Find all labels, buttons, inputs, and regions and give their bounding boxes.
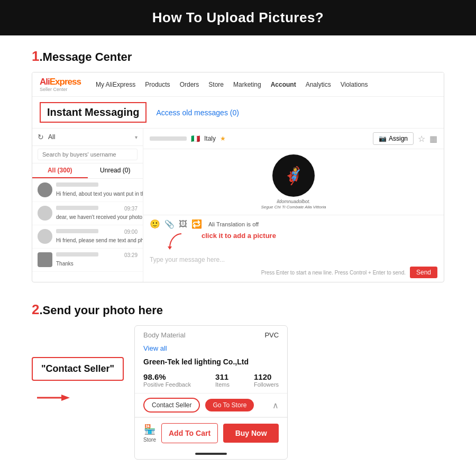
im-body: ↻ All ▾ All (300) Unread (0)	[32, 129, 444, 282]
input-placeholder: Type your message here...	[150, 256, 225, 263]
step1-label: .Message Center	[39, 50, 132, 63]
search-input[interactable]	[38, 149, 138, 160]
country-name: Italy	[204, 135, 216, 142]
click-hint-text: click it to add a picture	[202, 232, 276, 240]
go-to-store-button[interactable]: Go To Store	[205, 399, 254, 411]
refresh-icon[interactable]: ↻	[38, 133, 44, 141]
step2-label: .Send your photo here	[39, 304, 162, 317]
nav-marketing[interactable]: Marketing	[233, 81, 261, 88]
product-cart-actions: 🏪 Store Add To Cart Buy Now	[135, 417, 287, 448]
aliexpress-logo[interactable]: AliExpress Seller Center	[40, 77, 86, 92]
message-item-1[interactable]: Hi friend, about text you want put in th	[32, 179, 143, 202]
chat-messages: 🦸 ildomnuadolbot.Segue Chi Ti Combate Al…	[143, 149, 444, 215]
chat-user-name-blur	[150, 136, 187, 141]
chevron-up-icon[interactable]: ∧	[272, 400, 279, 410]
step2-heading: 2.Send your photo here	[32, 301, 444, 318]
filter-label: All	[48, 133, 131, 141]
message-center-screenshot: AliExpress Seller Center My AliExpress P…	[32, 72, 444, 282]
tab-all-label: All (300)	[48, 167, 72, 174]
avatar-3	[38, 229, 52, 244]
im-chat: 🇮🇹 Italy ★ 📷 Assign ☆ ▦ 🦸 il	[143, 129, 444, 282]
msg-name-blur-3	[56, 229, 98, 233]
send-button[interactable]: Send	[410, 267, 437, 278]
view-all-link[interactable]: View all	[135, 344, 287, 358]
svg-marker-1	[61, 395, 70, 401]
page-header: How To Upload Pictures?	[0, 0, 476, 35]
im-header: Instant Messaging Access old messages (0…	[32, 97, 444, 129]
feedback-value: 98.6%	[143, 372, 191, 381]
paperclip-icon[interactable]: 📎	[164, 219, 175, 229]
arrow-annotation-svg	[166, 232, 187, 251]
seller-actions: Contact Seller Go To Store ∧	[135, 393, 287, 417]
svg-marker-0	[168, 246, 172, 250]
buy-now-button[interactable]: Buy Now	[223, 424, 279, 443]
store-icon: 🏪	[144, 424, 155, 435]
msg-content-1: Hi friend, about text you want put in th	[56, 182, 138, 198]
items-stat: 311 Items	[215, 372, 230, 388]
section2-body: "Contact Seller" Body Material PVC View …	[32, 325, 444, 460]
tab-unread-label: Unread (0)	[100, 167, 130, 174]
msg-time-4: 03:29	[124, 252, 138, 258]
message-item-2[interactable]: dear, we haven't received your photo 09:…	[32, 202, 143, 225]
chat-img-caption: ildomnuadolbot.Segue Chi Ti Combate Alla…	[261, 199, 326, 209]
store-icon-box[interactable]: 🏪 Store	[143, 424, 156, 443]
msg-text-1: Hi friend, about text you want put in th	[56, 191, 143, 197]
image-tool-icon[interactable]: 🖼	[179, 219, 187, 229]
msg-text-2: dear, we haven't received your photo	[56, 214, 142, 220]
contact-seller-button[interactable]: Contact Seller	[143, 398, 200, 413]
im-messages-list: Hi friend, about text you want put in th…	[32, 179, 143, 282]
seller-stats: 98.6% Positive Feedback 311 Items 1120 F…	[135, 370, 287, 393]
feedback-label: Positive Feedback	[143, 381, 191, 388]
followers-label: Followers	[254, 381, 279, 388]
store-label: Store	[143, 437, 156, 443]
nav-orders[interactable]: Orders	[180, 81, 199, 88]
im-title: Instant Messaging	[40, 102, 147, 123]
nav-my-aliexpress[interactable]: My AliExpress	[96, 81, 135, 88]
add-to-cart-button[interactable]: Add To Cart	[161, 423, 218, 443]
contact-seller-annotation: "Contact Seller"	[32, 325, 124, 408]
chevron-down-icon: ▾	[135, 134, 138, 140]
step2-number: 2	[32, 301, 39, 317]
send-hint: Press Enter to start a new line. Press C…	[261, 270, 406, 276]
nav-account[interactable]: Account	[271, 81, 296, 88]
translate-icon[interactable]: 🔁	[191, 219, 202, 229]
seller-name: Green-Tek led lighting Co.,Ltd	[135, 358, 287, 370]
msg-text-3: Hi friend, please send me text and photo	[56, 237, 143, 243]
nav-store[interactable]: Store	[208, 81, 224, 88]
body-material-value: PVC	[264, 331, 279, 339]
items-label: Items	[215, 381, 230, 388]
msg-name-blur-1	[56, 182, 98, 187]
search-area	[32, 146, 143, 163]
product-card: Body Material PVC View all Green-Tek led…	[134, 325, 288, 460]
body-material-label: Body Material	[143, 331, 185, 339]
chat-input-field[interactable]: Type your message here...	[150, 255, 437, 264]
bottom-bar	[195, 453, 227, 455]
avatar-4	[38, 252, 52, 267]
chat-tools: 🙂 📎 🖼 🔁 Ali Translation is off	[150, 219, 437, 229]
header-title: How To Upload Pictures?	[152, 10, 324, 25]
avatar-2	[38, 206, 52, 221]
message-item-4[interactable]: Thanks 03:29	[32, 249, 143, 272]
nav-violations[interactable]: Violations	[341, 81, 368, 88]
msg-text-4: Thanks	[56, 261, 74, 267]
chat-star-icon[interactable]: ☆	[418, 134, 425, 144]
msg-content-2: dear, we haven't received your photo	[56, 206, 121, 221]
avatar-1	[38, 182, 52, 197]
emoji-icon[interactable]: 🙂	[150, 219, 160, 229]
msg-time-2: 09:37	[124, 206, 138, 212]
step1-heading: 1.Message Center	[32, 48, 444, 65]
chat-header: 🇮🇹 Italy ★ 📷 Assign ☆ ▦	[143, 129, 444, 149]
im-sidebar: ↻ All ▾ All (300) Unread (0)	[32, 129, 143, 282]
tab-unread[interactable]: Unread (0)	[88, 163, 143, 178]
items-value: 311	[215, 372, 230, 381]
superhero-avatar: 🦸	[272, 154, 315, 197]
assign-button[interactable]: 📷 Assign	[373, 132, 414, 145]
nav-analytics[interactable]: Analytics	[306, 81, 331, 88]
msg-content-3: Hi friend, please send me text and photo	[56, 229, 121, 244]
msg-name-blur-4	[56, 252, 98, 257]
message-item-3[interactable]: Hi friend, please send me text and photo…	[32, 225, 143, 249]
chat-grid-icon[interactable]: ▦	[429, 134, 437, 144]
im-access-link[interactable]: Access old messages (0)	[156, 108, 239, 117]
nav-products[interactable]: Products	[145, 81, 170, 88]
tab-all[interactable]: All (300)	[32, 163, 88, 178]
